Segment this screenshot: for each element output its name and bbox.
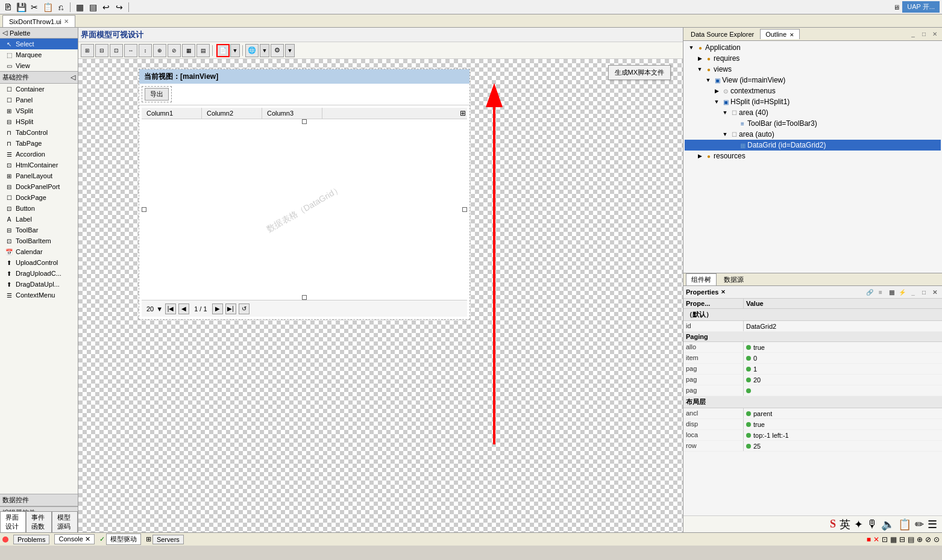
- tree-item-mainview[interactable]: ▼ ▣ View (id=mainView): [685, 75, 941, 86]
- bottom-tab-events[interactable]: 事件函数: [26, 511, 52, 532]
- props-val-pag3[interactable]: [744, 385, 942, 396]
- export-button[interactable]: 导出: [145, 88, 169, 101]
- tab-close-icon[interactable]: ✕: [64, 18, 69, 25]
- canvas-toolbar-globe-btn[interactable]: 🌐: [245, 44, 259, 57]
- props-min-icon[interactable]: _: [908, 287, 918, 297]
- palette-item-marquee[interactable]: ⬚ Marquee: [0, 49, 78, 60]
- generate-script-btn[interactable]: 📄: [216, 44, 230, 57]
- page-first-btn[interactable]: |◀: [165, 303, 176, 314]
- props-link-icon[interactable]: 🔗: [865, 287, 874, 297]
- props-val-loca[interactable]: top:-1 left:-1: [744, 430, 942, 440]
- tree-item-area40[interactable]: ▼ ☐ area (40): [685, 107, 941, 118]
- palette-header[interactable]: ◁ Palette: [0, 28, 78, 39]
- tab-explorer[interactable]: Data Source Explorer: [686, 30, 759, 39]
- page-next-btn[interactable]: ▶: [212, 303, 223, 314]
- canvas-toolbar-btn-8[interactable]: ▦: [182, 44, 195, 57]
- palette-item-toolbaritem[interactable]: ⊡ ToolBarItem: [0, 235, 78, 246]
- status-icon-6[interactable]: ▤: [908, 535, 914, 544]
- status-icon-3[interactable]: ⊡: [882, 535, 888, 544]
- expand-resources[interactable]: ▶: [696, 153, 704, 159]
- globe-dropdown-btn[interactable]: ▼: [260, 44, 269, 57]
- page-prev-btn[interactable]: ◀: [178, 303, 189, 314]
- palette-item-select[interactable]: ↖ Select: [0, 39, 78, 49]
- drag-handle-bottom[interactable]: [302, 295, 307, 300]
- status-icon-9[interactable]: ⊙: [934, 535, 940, 544]
- palette-item-panel[interactable]: ☐ Panel: [0, 95, 78, 105]
- toolbar-icon-6[interactable]: ▦: [74, 2, 85, 13]
- canvas-toolbar-btn-4[interactable]: ↔: [124, 44, 137, 57]
- toolbar-icon-2[interactable]: 💾: [16, 2, 27, 13]
- expand-mainview[interactable]: ▼: [704, 77, 712, 83]
- props-lightning-icon[interactable]: ⚡: [897, 287, 907, 297]
- props-val-id[interactable]: DataGrid2: [744, 321, 942, 331]
- panel-minimize-icon[interactable]: _: [908, 30, 918, 39]
- toolbar-icon-1[interactable]: 🖹: [2, 2, 13, 13]
- uap-button[interactable]: UAP 开...: [902, 1, 940, 13]
- tree-item-application[interactable]: ▼ ● Application: [685, 42, 941, 53]
- tab-outline[interactable]: Outline ✕: [760, 29, 800, 39]
- props-close-icon[interactable]: ✕: [930, 287, 940, 297]
- toolbar-icon-8[interactable]: ↩: [101, 2, 111, 13]
- page-last-btn[interactable]: ▶|: [225, 303, 236, 314]
- palette-item-contextmenu[interactable]: ☰ ContextMenu: [0, 290, 78, 300]
- canvas-toolbar-btn-7[interactable]: ⊘: [168, 44, 181, 57]
- toolbar-icon-7[interactable]: ▤: [87, 2, 98, 13]
- palette-item-toolbar[interactable]: ⊟ ToolBar: [0, 225, 78, 235]
- palette-item-view[interactable]: ▭ View: [0, 60, 78, 71]
- status-icon-x[interactable]: ✕: [873, 535, 879, 544]
- expand-contextmenus[interactable]: ▶: [712, 88, 721, 94]
- expand-areaauto[interactable]: ▼: [721, 131, 729, 137]
- props-list-icon[interactable]: ≡: [876, 287, 885, 297]
- settings-dropdown-btn[interactable]: ▼: [285, 44, 295, 57]
- palette-item-tabpage[interactable]: ⊓ TabPage: [0, 138, 78, 149]
- tree-item-requires[interactable]: ▶ ● requires: [685, 53, 941, 64]
- status-tab-problems[interactable]: Problems: [13, 535, 49, 544]
- drag-handle-right[interactable]: [462, 207, 467, 212]
- palette-item-button[interactable]: ⊡ Button: [0, 203, 78, 214]
- canvas-toolbar-btn-1[interactable]: ⊞: [81, 44, 94, 57]
- props-val-row[interactable]: 25: [744, 441, 942, 451]
- page-size-dropdown-icon[interactable]: ▼: [156, 305, 163, 313]
- canvas-toolbar-btn-5[interactable]: ↕: [139, 44, 152, 57]
- props-val-disp[interactable]: true: [744, 419, 942, 429]
- tree-item-areaauto[interactable]: ▼ ☐ area (auto): [685, 129, 941, 140]
- props-val-allo[interactable]: true: [744, 342, 942, 352]
- tree-item-resources[interactable]: ▶ ● resources: [685, 151, 941, 161]
- canvas-toolbar-btn-6[interactable]: ⊕: [153, 44, 166, 57]
- toolbar-icon-3[interactable]: ✂: [29, 2, 40, 13]
- bottom-tab-design[interactable]: 界面设计: [0, 511, 26, 532]
- props-val-pag1[interactable]: 1: [744, 364, 942, 374]
- palette-item-vsplit[interactable]: ⊞ VSplit: [0, 105, 78, 116]
- props-close-x[interactable]: ✕: [721, 289, 726, 295]
- palette-item-tabcontrol[interactable]: ⊓ TabControl: [0, 127, 78, 138]
- palette-item-dockpage[interactable]: ☐ DockPage: [0, 192, 78, 203]
- palette-item-container[interactable]: ☐ Container: [0, 84, 78, 95]
- tree-item-views[interactable]: ▼ ● views: [685, 64, 941, 75]
- palette-item-uploadcontrol[interactable]: ⬆ UploadControl: [0, 257, 78, 268]
- expand-requires[interactable]: ▶: [696, 55, 704, 61]
- datagrid-resize-icon[interactable]: ⊞: [459, 108, 467, 119]
- props-val-pag2[interactable]: 20: [744, 375, 942, 385]
- palette-item-dockpanelport[interactable]: ⊟ DockPanelPort: [0, 181, 78, 192]
- props-val-ancl[interactable]: parent: [744, 408, 942, 418]
- palette-item-dragdata[interactable]: ⬆ DragDataUpl...: [0, 279, 78, 290]
- palette-item-dragupload[interactable]: ⬆ DragUploadC...: [0, 268, 78, 279]
- status-icon-stop[interactable]: ■: [867, 535, 871, 544]
- palette-item-label[interactable]: A Label: [0, 214, 78, 225]
- drag-handle-left[interactable]: [142, 207, 146, 212]
- toolbar-icon-5[interactable]: ⎌: [55, 2, 66, 13]
- palette-item-accordion[interactable]: ☰ Accordion: [0, 149, 78, 160]
- panel-close-icon[interactable]: ✕: [930, 30, 940, 39]
- canvas-toolbar-btn-2[interactable]: ⊟: [95, 44, 108, 57]
- props-max-icon[interactable]: □: [919, 287, 929, 297]
- generate-dropdown-btn[interactable]: ▼: [230, 44, 240, 57]
- tree-item-toolbar3[interactable]: ≡ ToolBar (id=ToolBar3): [685, 118, 941, 129]
- expand-hsplit1[interactable]: ▼: [712, 99, 721, 105]
- status-icon-7[interactable]: ⊕: [917, 535, 923, 544]
- tree-item-hsplit1[interactable]: ▼ ▣ HSplit (id=HSplit1): [685, 96, 941, 107]
- drag-handle-top[interactable]: [302, 119, 307, 124]
- palette-item-htmlcontainer[interactable]: ⊡ HtmlContainer: [0, 160, 78, 170]
- canvas-toolbar-settings-btn[interactable]: ⚙: [271, 44, 284, 57]
- canvas-toolbar-btn-9[interactable]: ▤: [196, 44, 210, 57]
- toolbar-icon-9[interactable]: ↪: [114, 2, 125, 13]
